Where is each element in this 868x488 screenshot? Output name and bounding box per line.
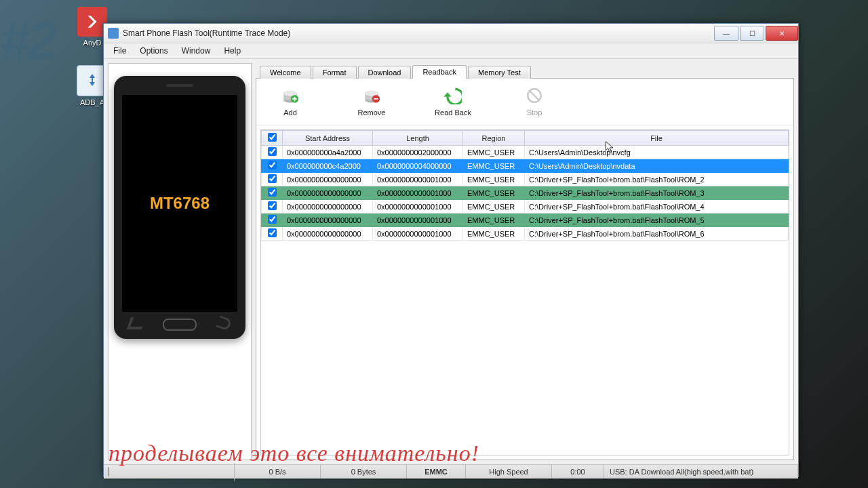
- cell-file: C:\Driver+SP_FlashTool+brom.bat\FlashToo…: [525, 227, 789, 241]
- row-checkbox[interactable]: [268, 161, 277, 169]
- cell-file: C:\Driver+SP_FlashTool+brom.bat\FlashToo…: [525, 214, 789, 227]
- cell-region: EMMC_USER: [463, 146, 525, 159]
- tab-memory-test[interactable]: Memory Test: [468, 66, 531, 79]
- cell-region: EMMC_USER: [463, 227, 525, 241]
- toolbar-read-back-button[interactable]: Read Back: [433, 87, 473, 117]
- cell-length: 0x0000000002000000: [373, 146, 463, 159]
- status-storage: EMMC: [407, 465, 466, 479]
- side-panel: MT6768: [108, 63, 252, 460]
- cell-region: EMMC_USER: [463, 173, 525, 186]
- close-button[interactable]: ✕: [766, 26, 798, 41]
- column-start-address[interactable]: Start Address: [283, 131, 373, 146]
- cell-start: 0x0000000000000000: [283, 200, 373, 214]
- svg-line-11: [530, 92, 539, 100]
- cell-length: 0x0000000000001000: [373, 227, 463, 241]
- cell-region: EMMC_USER: [463, 159, 525, 173]
- table-row[interactable]: 0x000000000a4a20000x0000000002000000EMMC…: [262, 146, 789, 159]
- chip-label: MT6768: [150, 195, 210, 211]
- readback-table[interactable]: Start AddressLengthRegionFile 0x00000000…: [260, 129, 789, 455]
- status-rate: 0 B/s: [235, 465, 321, 479]
- cell-start: 0x000000000c4a2000: [283, 159, 373, 173]
- menu-window[interactable]: Window: [175, 44, 218, 58]
- tab-readback[interactable]: Readback: [412, 65, 467, 79]
- menu-bar: File Options Window Help: [104, 43, 798, 59]
- stop-icon: [526, 87, 543, 106]
- table-row[interactable]: 0x00000000000000000x0000000000001000EMMC…: [262, 173, 789, 186]
- cell-region: EMMC_USER: [463, 214, 525, 227]
- row-checkbox[interactable]: [268, 215, 277, 224]
- tab-format[interactable]: Format: [313, 66, 357, 79]
- menu-help[interactable]: Help: [217, 44, 248, 58]
- cell-file: C:\Driver+SP_FlashTool+brom.bat\FlashToo…: [525, 186, 789, 200]
- cell-file: C:\Users\Admin\Desktop\nvdata: [525, 159, 789, 173]
- status-usb: USB: DA Download All(high speed,with bat…: [604, 465, 798, 479]
- remove-icon: [363, 87, 380, 106]
- status-time: 0:00: [552, 465, 604, 479]
- cell-length: 0x0000000000001000: [373, 186, 463, 200]
- column-file[interactable]: File: [525, 131, 789, 146]
- column-length[interactable]: Length: [373, 131, 463, 146]
- cell-length: 0x0000000000001000: [373, 200, 463, 214]
- cell-region: EMMC_USER: [463, 186, 525, 200]
- toolbar-stop-button: Stop: [514, 87, 555, 117]
- row-checkbox[interactable]: [268, 228, 277, 237]
- row-checkbox[interactable]: [268, 201, 277, 210]
- cell-start: 0x0000000000000000: [283, 214, 373, 227]
- menu-file[interactable]: File: [106, 44, 133, 58]
- cell-start: 0x000000000a4a2000: [283, 146, 373, 159]
- cell-length: 0x0000000000001000: [373, 173, 463, 186]
- app-window: Smart Phone Flash Tool(Runtime Trace Mod…: [103, 23, 799, 477]
- table-row[interactable]: 0x00000000000000000x0000000000001000EMMC…: [262, 186, 789, 200]
- menu-options[interactable]: Options: [133, 44, 174, 58]
- status-bytes: 0 Bytes: [321, 465, 407, 479]
- cell-length: 0x0000000000001000: [373, 214, 463, 227]
- main-panel: WelcomeFormatDownloadReadbackMemory Test…: [256, 63, 794, 460]
- maximize-button[interactable]: ☐: [740, 26, 764, 41]
- status-progress: [104, 463, 235, 481]
- row-checkbox[interactable]: [268, 174, 277, 183]
- cursor-icon: [605, 141, 614, 155]
- table-row[interactable]: 0x00000000000000000x0000000000001000EMMC…: [262, 200, 789, 214]
- cell-start: 0x0000000000000000: [283, 173, 373, 186]
- header-checkbox[interactable]: [268, 133, 277, 142]
- phone-illustration: MT6768: [114, 76, 245, 339]
- minimize-button[interactable]: —: [714, 26, 738, 41]
- table-row[interactable]: 0x000000000c4a20000x0000000004000000EMMC…: [262, 159, 789, 173]
- app-icon: [108, 28, 119, 39]
- tab-download[interactable]: Download: [358, 66, 412, 79]
- cell-file: C:\Driver+SP_FlashTool+brom.bat\FlashToo…: [525, 200, 789, 214]
- tab-readback-page: AddRemoveRead BackStop Start AddressLeng…: [256, 78, 794, 460]
- tab-welcome[interactable]: Welcome: [260, 66, 311, 79]
- row-checkbox[interactable]: [268, 188, 277, 197]
- desktop-icon-label: ADB_A: [80, 98, 104, 106]
- cell-start: 0x0000000000000000: [283, 186, 373, 200]
- table-row[interactable]: 0x00000000000000000x0000000000001000EMMC…: [262, 227, 789, 241]
- toolbar-add-button[interactable]: Add: [270, 87, 311, 117]
- status-bar: 0 B/s 0 Bytes EMMC High Speed 0:00 USB: …: [104, 464, 798, 479]
- toolbar-remove-button[interactable]: Remove: [351, 87, 392, 117]
- status-speed: High Speed: [466, 465, 552, 479]
- row-checkbox[interactable]: [268, 147, 277, 156]
- desktop-icon-label: AnyD: [83, 39, 102, 47]
- table-row[interactable]: 0x00000000000000000x0000000000001000EMMC…: [262, 214, 789, 227]
- cell-region: EMMC_USER: [463, 200, 525, 214]
- cell-file: C:\Driver+SP_FlashTool+brom.bat\FlashToo…: [525, 173, 789, 186]
- cell-file: C:\Users\Admin\Desktop\nvcfg: [525, 146, 789, 159]
- readback-icon: [444, 87, 462, 106]
- add-icon: [281, 87, 299, 106]
- tab-strip: WelcomeFormatDownloadReadbackMemory Test: [256, 63, 794, 78]
- cell-start: 0x0000000000000000: [283, 227, 373, 241]
- title-bar[interactable]: Smart Phone Flash Tool(Runtime Trace Mod…: [104, 24, 798, 43]
- watermark-text: #2: [0, 14, 55, 68]
- column-region[interactable]: Region: [463, 131, 525, 146]
- toolbar: AddRemoveRead BackStop: [256, 79, 793, 125]
- window-title: Smart Phone Flash Tool(Runtime Trace Mod…: [123, 28, 713, 38]
- cell-length: 0x0000000004000000: [373, 159, 463, 173]
